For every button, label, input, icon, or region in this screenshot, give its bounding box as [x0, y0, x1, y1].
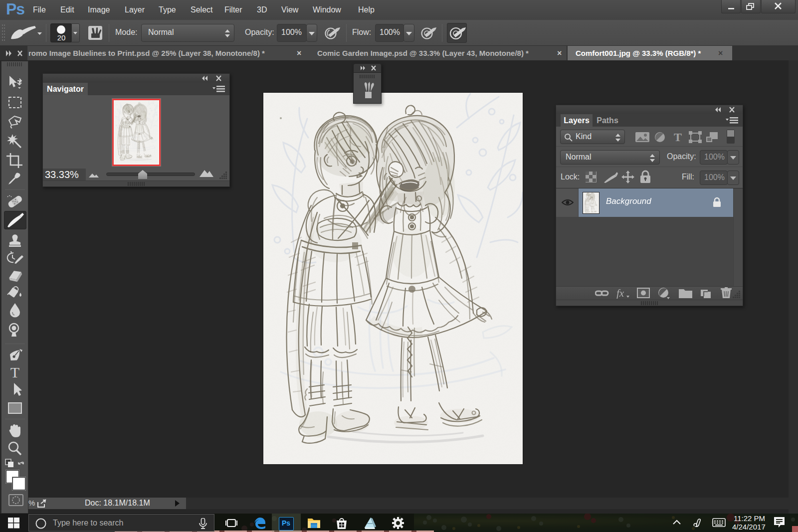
- svg-text:T: T: [674, 131, 682, 143]
- svg-text:fx: fx: [616, 288, 624, 299]
- svg-text:T: T: [10, 364, 19, 380]
